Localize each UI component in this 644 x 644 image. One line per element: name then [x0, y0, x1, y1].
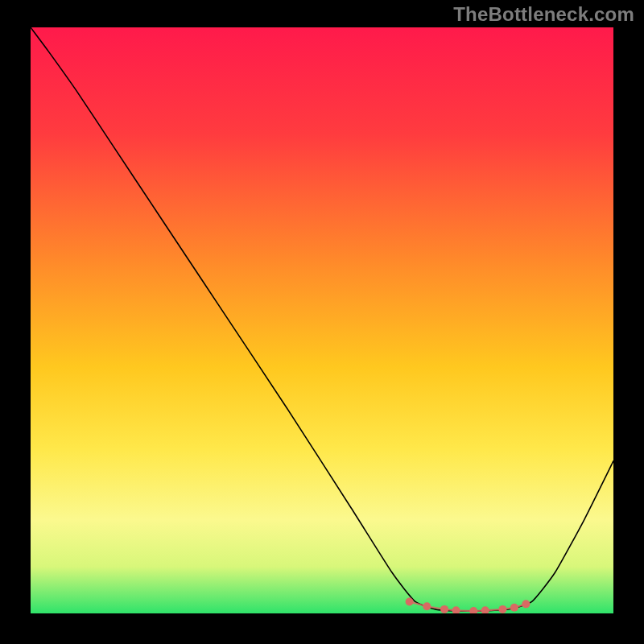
watermark-text: TheBottleneck.com	[453, 3, 634, 26]
marker-dot	[440, 605, 448, 613]
plot-area	[31, 27, 613, 613]
marker-dot	[406, 597, 414, 605]
marker-dot	[522, 600, 530, 608]
chart-svg	[31, 27, 613, 613]
marker-dot	[498, 605, 506, 613]
gradient-background	[31, 27, 613, 613]
marker-dot	[423, 602, 431, 610]
chart-frame: TheBottleneck.com	[0, 0, 644, 644]
marker-dot	[510, 604, 518, 612]
